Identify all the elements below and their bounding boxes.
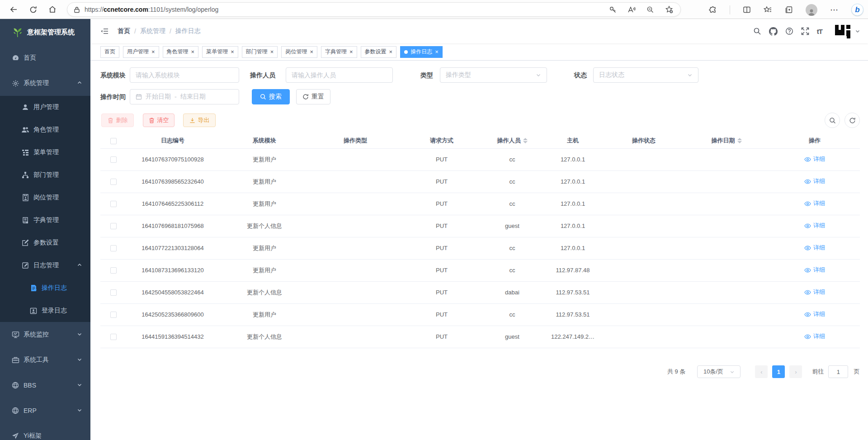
- sort-icons[interactable]: [737, 138, 742, 143]
- sidebar-item-post-management[interactable]: 岗位管理: [0, 186, 90, 209]
- sidebar-item-dict-management[interactable]: 字典管理: [0, 209, 90, 232]
- export-button[interactable]: 导出: [183, 114, 216, 127]
- sidebar-item-department-management[interactable]: 部门管理: [0, 164, 90, 186]
- detail-link[interactable]: 详细: [804, 199, 825, 208]
- favorite-star-icon[interactable]: [665, 5, 673, 14]
- row-checkbox[interactable]: [110, 245, 117, 251]
- detail-link[interactable]: 详细: [804, 222, 825, 230]
- sidebar-item-user-management[interactable]: 用户管理: [0, 96, 90, 118]
- sidebar-item-param-settings[interactable]: 参数设置: [0, 232, 90, 254]
- user-avatar-logo[interactable]: [835, 24, 860, 38]
- tab-param-settings[interactable]: 参数设置×: [361, 46, 397, 58]
- collections-icon[interactable]: [785, 6, 793, 14]
- row-checkbox[interactable]: [110, 223, 117, 229]
- browser-profile-avatar[interactable]: [806, 4, 817, 16]
- row-checkbox[interactable]: [110, 267, 117, 274]
- tab-menu-management[interactable]: 菜单管理×: [202, 46, 238, 58]
- type-select[interactable]: 操作类型: [440, 67, 547, 83]
- read-aloud-icon[interactable]: [627, 6, 636, 14]
- sidebar-item-role-management[interactable]: 角色管理: [0, 118, 90, 141]
- page-number-1[interactable]: 1: [772, 365, 785, 378]
- sidebar-item-yi-framework[interactable]: Yi框架: [0, 423, 90, 440]
- sidebar-item-menu-management[interactable]: 菜单管理: [0, 141, 90, 164]
- tab-post-management[interactable]: 岗位管理×: [281, 46, 317, 58]
- extensions-icon[interactable]: [709, 6, 717, 14]
- page-size-select[interactable]: 10条/页: [697, 365, 741, 378]
- password-key-icon[interactable]: [609, 6, 617, 14]
- tab-close-icon[interactable]: ×: [231, 49, 234, 55]
- row-checkbox[interactable]: [110, 201, 117, 207]
- sidebar-fold-icon[interactable]: [100, 28, 108, 35]
- reset-button[interactable]: 重置: [296, 89, 330, 104]
- zoom-out-icon[interactable]: [646, 6, 654, 14]
- sort-icons[interactable]: [523, 138, 528, 143]
- sidebar-item-erp[interactable]: ERP: [0, 398, 90, 423]
- detail-link[interactable]: 详细: [804, 155, 825, 163]
- tab-dict-management[interactable]: 字典管理×: [321, 46, 357, 58]
- sidebar-item-log-management[interactable]: 日志管理: [0, 254, 90, 277]
- url-text[interactable]: https://ccnetcore.com:1101/system/log/op…: [85, 6, 609, 13]
- tab-user-management[interactable]: 用户管理×: [123, 46, 159, 58]
- tab-close-icon[interactable]: ×: [389, 49, 393, 55]
- github-icon[interactable]: [769, 27, 778, 36]
- lock-icon[interactable]: [74, 6, 80, 13]
- select-all-checkbox[interactable]: [110, 138, 117, 144]
- tab-close-icon[interactable]: ×: [310, 49, 313, 55]
- next-page-button[interactable]: ›: [789, 365, 802, 378]
- detail-link[interactable]: 详细: [804, 288, 825, 296]
- sidebar-item-login-log[interactable]: 登录日志: [0, 299, 90, 322]
- detail-link[interactable]: 详细: [804, 177, 825, 185]
- search-button[interactable]: 搜索: [252, 89, 290, 104]
- row-checkbox[interactable]: [110, 312, 117, 318]
- row-checkbox[interactable]: [110, 156, 117, 163]
- detail-link[interactable]: 详细: [804, 244, 825, 252]
- prev-page-button[interactable]: ‹: [755, 365, 768, 378]
- favorites-bar-icon[interactable]: [764, 6, 772, 14]
- date-range-input[interactable]: 开始日期 - 结束日期: [130, 89, 239, 104]
- goto-page-input[interactable]: [828, 365, 848, 378]
- sidebar-item-system-tools[interactable]: 系统工具: [0, 347, 90, 373]
- operator-filter-input[interactable]: [286, 67, 393, 83]
- operator-input[interactable]: [292, 71, 387, 79]
- sidebar-item-system-management[interactable]: 系统管理: [0, 71, 90, 96]
- breadcrumb-home[interactable]: 首页: [118, 27, 130, 35]
- sidebar-item-operation-log[interactable]: 操作日志: [0, 277, 90, 299]
- header-search-icon[interactable]: [753, 27, 761, 35]
- clear-button[interactable]: 清空: [143, 114, 175, 127]
- tab-department-management[interactable]: 部门管理×: [242, 46, 278, 58]
- status-select[interactable]: 日志状态: [593, 67, 698, 83]
- address-bar[interactable]: https://ccnetcore.com:1101/system/log/op…: [67, 2, 681, 17]
- browser-settings-icon[interactable]: ⋯: [830, 5, 839, 15]
- tab-operation-log[interactable]: 操作日志×: [400, 46, 443, 58]
- browser-back-button[interactable]: [8, 4, 19, 15]
- tab-close-icon[interactable]: ×: [435, 49, 439, 55]
- detail-link[interactable]: 详细: [804, 310, 825, 318]
- tab-close-icon[interactable]: ×: [191, 49, 195, 55]
- font-size-icon[interactable]: tT: [817, 28, 822, 35]
- sidebar-item-home[interactable]: 首页: [0, 45, 90, 71]
- detail-link[interactable]: 详细: [804, 266, 825, 274]
- row-checkbox[interactable]: [110, 289, 117, 296]
- app-logo-row[interactable]: 意框架管理系统: [0, 19, 90, 45]
- tab-close-icon[interactable]: ×: [151, 49, 155, 55]
- split-screen-icon[interactable]: [743, 6, 751, 14]
- bing-chat-icon[interactable]: b: [851, 4, 863, 16]
- row-checkbox[interactable]: [110, 334, 117, 340]
- module-filter-input[interactable]: [130, 67, 239, 83]
- table-refresh-button[interactable]: [844, 113, 860, 128]
- help-icon[interactable]: [785, 27, 793, 35]
- module-input[interactable]: [136, 71, 233, 79]
- tab-close-icon[interactable]: ×: [349, 49, 353, 55]
- tab-role-management[interactable]: 角色管理×: [163, 46, 199, 58]
- browser-refresh-button[interactable]: [27, 4, 39, 15]
- tab-home[interactable]: 首页: [100, 46, 119, 58]
- sidebar-item-system-monitor[interactable]: 系统监控: [0, 322, 90, 347]
- detail-link[interactable]: 详细: [804, 332, 825, 341]
- col-operator[interactable]: 操作人员: [483, 133, 542, 148]
- sidebar-item-bbs[interactable]: BBS: [0, 373, 90, 398]
- delete-button[interactable]: 删除: [101, 114, 134, 127]
- table-search-toggle-button[interactable]: [825, 113, 840, 128]
- fullscreen-icon[interactable]: [801, 27, 809, 35]
- row-checkbox[interactable]: [110, 179, 117, 185]
- col-date[interactable]: 操作日期: [684, 133, 769, 148]
